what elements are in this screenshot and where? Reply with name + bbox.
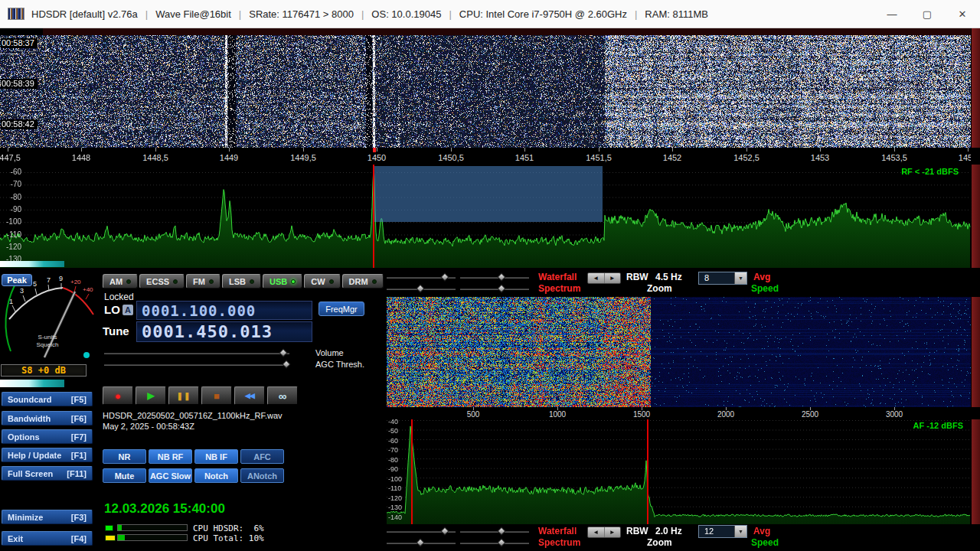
minimize-button[interactable]: — [874, 0, 910, 28]
squelch-indicator-dot[interactable] [83, 352, 90, 358]
stop-button[interactable]: ■ [201, 386, 232, 405]
tune-marker [373, 148, 376, 152]
help-update-button[interactable]: Help / Update[F1] [2, 448, 93, 462]
af-spectrum-label[interactable]: Spectrum [538, 283, 580, 294]
slider-thumb[interactable] [497, 272, 505, 281]
af-waterfall-scrollbar[interactable] [971, 297, 980, 407]
af-spectrum-min-slider[interactable] [387, 285, 456, 293]
mode-am-button[interactable]: AM [103, 274, 138, 289]
mode-label: FM [193, 277, 205, 286]
volume-slider[interactable] [104, 349, 289, 357]
lo-frequency-display[interactable]: 0001.100.000 [136, 301, 312, 320]
exit-button[interactable]: Exit[F4] [2, 531, 93, 546]
nb-if-button[interactable]: NB IF [194, 449, 238, 464]
frequency-label: 1447,5 [0, 153, 21, 162]
avg2-select[interactable]: 12 ▼ [698, 525, 747, 538]
slider-thumb[interactable] [497, 284, 505, 292]
mode-ecss-button[interactable]: ECSS [139, 274, 185, 289]
af-spectrum-max-slider[interactable] [460, 285, 529, 293]
mode-lsb-button[interactable]: LSB [222, 274, 261, 289]
clock-display: 12.03.2026 15:40:00 [104, 501, 225, 517]
dropdown-arrow-icon[interactable]: ▼ [734, 272, 746, 284]
mode-drm-button[interactable]: DRM [342, 274, 384, 289]
frequency-tick [672, 148, 673, 152]
peak-button[interactable]: Peak [2, 274, 32, 286]
slider-thumb[interactable] [440, 272, 449, 281]
bandwidth-button[interactable]: Bandwidth[F6] [2, 411, 93, 425]
anotch-button[interactable]: ANotch [240, 468, 284, 483]
frequency-label: 1448 [72, 153, 90, 162]
s-meter-number: 1 [9, 298, 13, 305]
rewind-button[interactable]: ◀◀ [234, 386, 265, 405]
mode-label: LSB [229, 277, 246, 286]
slider-thumb[interactable] [279, 348, 287, 357]
play-button[interactable]: ▶ [136, 386, 166, 405]
soundcard-button[interactable]: Soundcard[F5] [2, 392, 93, 406]
mode-usb-button[interactable]: USB [263, 274, 302, 289]
rbw-value: 4.5 Hz [655, 272, 682, 282]
zoom-out-arrow-icon[interactable]: ◄ [588, 273, 605, 283]
rf-spectrum-panel[interactable]: -60 -70 -80 -90 -100 -110 -120 -130 RF <… [0, 165, 971, 268]
db-label: -60 [2, 168, 21, 176]
lo-channel-badge[interactable]: A [122, 305, 133, 315]
speed-label[interactable]: Speed [751, 283, 779, 294]
zoom-in-arrow-icon[interactable]: ► [605, 273, 621, 283]
passband-overlay[interactable] [373, 166, 603, 222]
mute-button[interactable]: Mute [103, 468, 146, 483]
zoom-out-arrow-icon[interactable]: ◄ [588, 527, 605, 537]
loop-icon: ∞ [279, 390, 287, 403]
window-controls: — ▢ ✕ [874, 0, 980, 28]
af2-waterfall-label[interactable]: Waterfall [538, 526, 577, 536]
slider-thumb[interactable] [416, 284, 424, 292]
af-spectrum-canvas[interactable] [387, 419, 971, 524]
nb-rf-button[interactable]: NB RF [149, 449, 192, 464]
loop-button[interactable]: ∞ [267, 386, 298, 405]
slider-thumb[interactable] [497, 538, 505, 546]
af2-spectrum-label[interactable]: Spectrum [538, 537, 580, 548]
s-meter-number: 9 [59, 275, 63, 282]
rf-frequency-scale[interactable]: 1447,5 1448 1448,5 1449 1449,5 1450 1450… [0, 148, 971, 165]
freq-manager-button[interactable]: FreqMgr [318, 302, 364, 316]
tune-frequency-display[interactable]: 0001.450.013 [136, 321, 312, 342]
minimize-app-button[interactable]: Minimize[F3] [2, 510, 93, 524]
notch-button[interactable]: Notch [194, 468, 238, 483]
mode-led-icon [250, 279, 254, 284]
slider-thumb[interactable] [497, 527, 505, 535]
af-waterfall-canvas[interactable] [387, 297, 971, 407]
options-button[interactable]: Options[F7] [2, 429, 93, 444]
record-button[interactable]: ● [103, 386, 133, 405]
zoom-in-arrow-icon[interactable]: ► [605, 527, 621, 537]
af-waterfall-contrast-slider[interactable] [460, 273, 529, 282]
af2-spectrum-max-slider[interactable] [460, 539, 529, 547]
slider-thumb[interactable] [440, 527, 449, 535]
avg-select[interactable]: 8 ▼ [698, 272, 747, 285]
dropdown-arrow-icon[interactable]: ▼ [734, 526, 746, 537]
af2-spectrum-min-slider[interactable] [387, 539, 456, 547]
frequency-label: 1454 [959, 153, 971, 162]
af2-waterfall-contrast-slider[interactable] [460, 527, 529, 536]
rf-waterfall-canvas[interactable] [0, 35, 971, 148]
rf-spectrum-scrollbar[interactable] [971, 165, 980, 268]
nr-button[interactable]: NR [103, 449, 146, 464]
af-waterfall-brightness-slider[interactable] [387, 273, 456, 282]
af-spectrum-scrollbar[interactable] [971, 419, 980, 524]
af2-waterfall-brightness-slider[interactable] [387, 527, 456, 536]
s-meter-number: 3 [20, 287, 24, 295]
transport-bar: ● ▶ ❚❚ ■ ◀◀ ∞ [103, 386, 298, 405]
agc-slow-button[interactable]: AGC Slow [149, 468, 192, 483]
full-screen-button[interactable]: Full Screen[F11] [2, 466, 93, 481]
db-label: -40 [388, 418, 398, 425]
pause-button[interactable]: ❚❚ [168, 386, 199, 405]
slider-thumb[interactable] [416, 538, 424, 546]
agc-threshold-slider[interactable] [104, 360, 289, 369]
speed-label[interactable]: Speed [751, 537, 779, 548]
af-waterfall-label[interactable]: Waterfall [538, 272, 577, 282]
rf-waterfall-scrollbar[interactable] [971, 28, 980, 148]
afc-button[interactable]: AFC [240, 449, 284, 464]
squelch-level-bar[interactable] [0, 380, 64, 387]
slider-thumb[interactable] [282, 360, 290, 368]
mode-cw-button[interactable]: CW [304, 274, 340, 289]
close-button[interactable]: ✕ [945, 0, 980, 28]
maximize-button[interactable]: ▢ [910, 0, 945, 28]
mode-fm-button[interactable]: FM [186, 274, 220, 289]
